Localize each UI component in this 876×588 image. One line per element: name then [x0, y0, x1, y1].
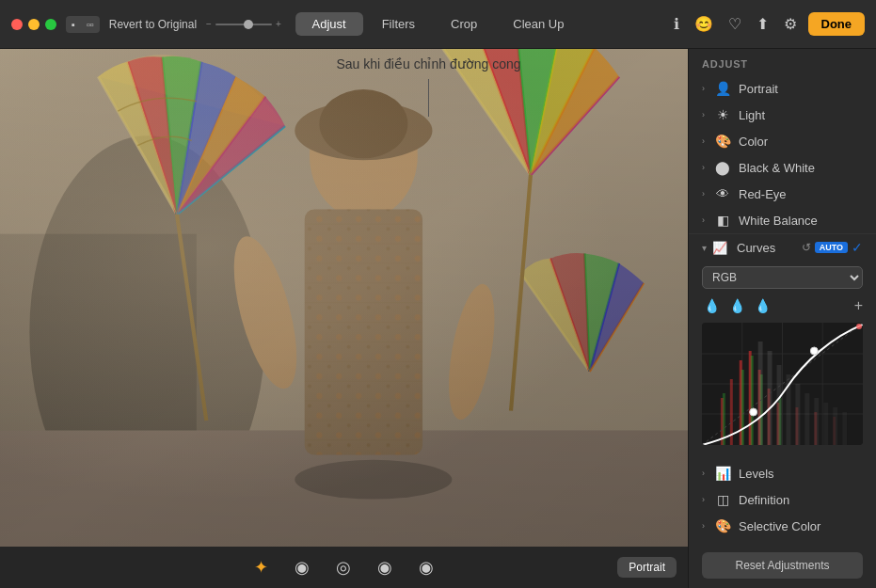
- eyedropper-black-btn[interactable]: 💧: [702, 296, 722, 315]
- view-split-btn[interactable]: ▫▫: [81, 16, 100, 33]
- redeye-label: Red-Eye: [739, 187, 863, 201]
- curves-auto-badge[interactable]: AUTO: [815, 242, 848, 253]
- add-point-btn[interactable]: +: [854, 297, 863, 314]
- adjust-item-redeye[interactable]: › 👁 Red-Eye: [689, 181, 876, 207]
- right-panel: ADJUST › 👤 Portrait › ☀ Light › 🎨 Color …: [688, 49, 876, 588]
- svg-point-10: [319, 89, 407, 158]
- revert-button[interactable]: Revert to Original: [109, 18, 197, 31]
- svg-rect-55: [751, 356, 754, 445]
- done-button[interactable]: Done: [808, 12, 866, 36]
- reset-adjustments-button[interactable]: Reset Adjustments: [702, 552, 863, 579]
- curves-header[interactable]: ▾ 📈 Curves ↺ AUTO ✓: [689, 234, 876, 261]
- zoom-slider[interactable]: − +: [206, 19, 281, 29]
- eyedropper-white-btn[interactable]: 💧: [753, 296, 772, 315]
- svg-rect-3: [0, 430, 688, 547]
- svg-rect-67: [842, 412, 847, 445]
- tab-crop[interactable]: Crop: [434, 12, 494, 36]
- svg-line-17: [177, 126, 285, 215]
- bottom-circle-btn-1[interactable]: ◉: [289, 553, 315, 581]
- bottom-circle-btn-2[interactable]: ◎: [330, 553, 357, 581]
- maximize-button[interactable]: [45, 19, 56, 30]
- svg-line-20: [516, 49, 531, 175]
- photo-scene: [0, 49, 688, 547]
- svg-point-9: [295, 102, 432, 161]
- wb-icon: ◧: [714, 213, 731, 228]
- curves-panel-icon: 📈: [712, 241, 727, 255]
- share-button[interactable]: ⬆: [753, 11, 772, 37]
- eyedropper-gray-btn[interactable]: 💧: [727, 296, 747, 315]
- svg-point-70: [810, 347, 818, 355]
- chevron-icon-sc: ›: [702, 521, 705, 531]
- svg-line-13: [162, 57, 177, 215]
- portrait-label: Portrait: [739, 82, 863, 96]
- close-button[interactable]: [11, 19, 23, 30]
- redeye-icon: 👁: [714, 186, 731, 201]
- adjust-item-light[interactable]: › ☀ Light: [689, 102, 876, 128]
- info-button[interactable]: ℹ: [670, 11, 683, 37]
- tab-cleanup[interactable]: Clean Up: [496, 12, 581, 36]
- svg-rect-62: [795, 384, 800, 445]
- definition-label: Definition: [739, 493, 863, 507]
- chevron-icon-bw: ›: [702, 163, 705, 172]
- svg-point-8: [440, 280, 503, 422]
- adjust-item-levels[interactable]: › 📊 Levels: [689, 460, 876, 486]
- bottom-circle-btn-3[interactable]: ◉: [372, 553, 398, 581]
- svg-line-23: [531, 77, 619, 175]
- levels-icon: 📊: [714, 466, 731, 481]
- svg-point-31: [295, 460, 452, 500]
- svg-line-18: [442, 49, 531, 175]
- svg-line-19: [476, 49, 530, 175]
- svg-line-16: [177, 96, 265, 214]
- curves-content: RGB Red Green Blue 💧 💧 💧 +: [689, 261, 876, 456]
- svg-rect-54: [741, 370, 744, 445]
- adjust-item-definition[interactable]: › ◫ Definition: [689, 486, 876, 513]
- curves-label: Curves: [737, 241, 775, 255]
- bottom-circle-btn-4[interactable]: ◉: [413, 553, 439, 581]
- rgb-channel-select[interactable]: RGB Red Green Blue: [702, 266, 863, 289]
- adjust-item-wb[interactable]: › ◧ White Balance: [689, 207, 876, 233]
- tab-filters[interactable]: Filters: [365, 12, 432, 36]
- chevron-icon-light: ›: [702, 110, 705, 119]
- adjust-item-selective-color[interactable]: › 🎨 Selective Color: [689, 513, 876, 539]
- tools-button[interactable]: ⚙: [780, 11, 801, 37]
- svg-point-7: [221, 230, 310, 395]
- bottom-bar: ✦ ◉ ◎ ◉ ◉ Portrait: [0, 547, 688, 588]
- toolbar-tabs: Adjust Filters Crop Clean Up: [295, 12, 581, 36]
- svg-rect-65: [823, 403, 828, 445]
- svg-line-22: [531, 49, 595, 175]
- curves-graph[interactable]: [702, 323, 863, 445]
- titlebar: ▪ ▫▫ Revert to Original − + Adjust Filte…: [0, 0, 876, 49]
- svg-rect-0: [0, 49, 688, 547]
- view-single-btn[interactable]: ▪: [66, 16, 81, 33]
- curves-chevron-icon: ▾: [702, 243, 707, 253]
- chevron-icon-definition: ›: [702, 495, 705, 504]
- svg-line-14: [177, 62, 201, 215]
- svg-line-28: [590, 283, 644, 372]
- heart-button[interactable]: ♡: [725, 11, 745, 37]
- chevron-icon: ›: [702, 84, 705, 93]
- adjust-item-color[interactable]: › 🎨 Color: [689, 128, 876, 154]
- svg-line-24: [520, 273, 589, 371]
- curves-check-icon[interactable]: ✓: [852, 240, 863, 255]
- main-area: Sau khi điều chỉnh đường cong: [0, 49, 876, 588]
- curves-undo-icon[interactable]: ↺: [802, 241, 811, 254]
- portrait-button[interactable]: Portrait: [617, 557, 677, 578]
- photo-container: [0, 49, 688, 547]
- bw-label: Black & White: [739, 161, 863, 175]
- image-area: Sau khi điều chỉnh đường cong: [0, 49, 688, 588]
- color-label: Color: [739, 135, 863, 149]
- emoji-button[interactable]: 😊: [691, 11, 717, 37]
- adjust-item-bw[interactable]: › ⬤ Black & White: [689, 154, 876, 181]
- minimize-button[interactable]: [28, 19, 40, 30]
- svg-rect-32: [0, 49, 688, 547]
- chevron-icon-levels: ›: [702, 469, 705, 478]
- adjust-item-portrait[interactable]: › 👤 Portrait: [689, 75, 876, 102]
- portrait-icon: 👤: [714, 81, 731, 96]
- selective-color-label: Selective Color: [739, 519, 863, 533]
- tab-adjust[interactable]: Adjust: [295, 12, 363, 36]
- levels-label: Levels: [739, 467, 863, 481]
- panel-title: ADJUST: [689, 49, 876, 75]
- svg-line-26: [584, 254, 589, 372]
- bottom-star-btn[interactable]: ✦: [248, 553, 274, 581]
- svg-rect-58: [758, 342, 763, 445]
